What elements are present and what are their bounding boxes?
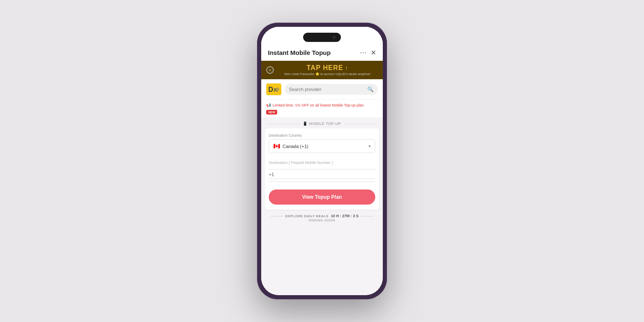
search-icon[interactable]: 🔍 [367, 86, 374, 92]
section-divider: 📱 MOBILE TOP-UP [261, 117, 383, 128]
phone-frame: Instant Mobile Topup ⋯ ✕ ✕ TAP HERE ↑ th… [257, 23, 387, 299]
provider-logo: D K [266, 83, 281, 95]
screen-content: Instant Mobile Topup ⋯ ✕ ✕ TAP HERE ↑ th… [261, 27, 383, 295]
star-icon: ⭐ [315, 72, 319, 76]
destination-label-wrapper: Destination ( Prepaid Mobile Number ) [269, 158, 375, 169]
phone-input-wrapper: +1 [269, 169, 375, 182]
destination-mobile-label: Destination ( Prepaid Mobile Number ) [269, 161, 375, 165]
deals-line-right [361, 216, 374, 216]
form-area: Destination Country 🇨🇦 Canada (+1) ▾ Des… [265, 128, 379, 210]
search-box[interactable]: 🔍 [285, 84, 378, 95]
mobile-icon: 📱 [303, 122, 308, 126]
svg-text:D: D [268, 86, 273, 93]
destination-country-group: Destination Country 🇨🇦 Canada (+1) ▾ [269, 133, 375, 153]
phone-number-input[interactable] [277, 172, 375, 177]
search-area: D K 🔍 [261, 79, 383, 99]
deals-ending-soon: ENDING SOON [309, 218, 335, 222]
chevron-down-icon: ▾ [369, 144, 371, 148]
daily-deals-section: EXPLORE DAILY DEALS 10 H : 27M : 3 S END… [261, 210, 383, 225]
deals-row: EXPLORE DAILY DEALS 10 H : 27M : 3 S [270, 214, 374, 218]
more-icon[interactable]: ⋯ [360, 49, 366, 57]
canada-flag: 🇨🇦 [273, 143, 280, 149]
deals-label: EXPLORE DAILY DEALS [286, 214, 328, 218]
app-header: Instant Mobile Topup ⋯ ✕ [261, 27, 383, 61]
section-label: 📱 MOBILE TOP-UP [303, 122, 341, 126]
promo-text: 📢 Limited time: 1% OFF on all lowest Mob… [266, 103, 378, 107]
divider-left [266, 124, 300, 124]
phone-screen: Instant Mobile Topup ⋯ ✕ ✕ TAP HERE ↑ th… [261, 27, 383, 295]
promo-area: 📢 Limited time: 1% OFF on all lowest Mob… [261, 99, 383, 117]
country-select[interactable]: 🇨🇦 Canada (+1) ▾ [269, 139, 375, 153]
banner-text: TAP HERE ↑ then mark Favourite ⭐ to acce… [277, 64, 378, 76]
close-icon[interactable]: ✕ [371, 49, 376, 57]
deals-line-left [270, 216, 283, 216]
view-topup-plan-button[interactable]: View Topup Plan [269, 190, 375, 205]
promo-banner: ✕ TAP HERE ↑ then mark Favourite ⭐ to ac… [261, 61, 383, 79]
header-icons: ⋯ ✕ [360, 49, 376, 57]
banner-arrow-icon: ↑ [345, 65, 348, 71]
deals-timer: 10 H : 27M : 3 S [331, 214, 358, 218]
banner-tap-text: TAP HERE ↑ [277, 64, 378, 72]
phone-notch [303, 33, 341, 42]
country-name: Canada (+1) [283, 144, 308, 149]
phone-prefix: +1 [269, 172, 274, 177]
megaphone-icon: 📢 [266, 103, 271, 107]
banner-subtitle: then mark Favourite ⭐ to access UQLID's … [277, 72, 378, 76]
new-badge: NEW [266, 110, 277, 114]
banner-close-button[interactable]: ✕ [266, 66, 274, 74]
destination-country-label: Destination Country [269, 133, 375, 138]
divider-right [344, 124, 378, 124]
destination-mobile-group: Destination ( Prepaid Mobile Number ) +1 [269, 158, 375, 182]
search-input[interactable] [289, 87, 365, 92]
app-title: Instant Mobile Topup [268, 49, 331, 56]
country-select-inner: 🇨🇦 Canada (+1) [273, 143, 308, 149]
